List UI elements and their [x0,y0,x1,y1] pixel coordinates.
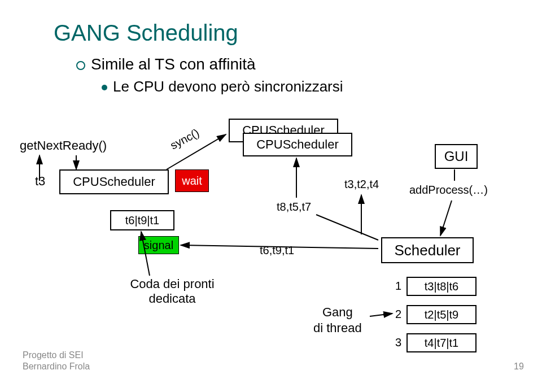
coda-line2: dedicata [110,291,234,306]
bullet-2-text: Le CPU devono però sincronizzarsi [113,78,343,95]
gang-row-3-text: t4|t7|t1 [425,337,458,349]
gang-row-2-text: t2|t5|t9 [425,308,458,321]
t8t5t7-label: t8,t5,t7 [277,201,311,214]
coda-line1: Coda dei pronti [110,277,234,291]
sync-label: sync() [168,127,202,153]
row1-num: 1 [395,280,401,293]
t3t2t4-label: t3,t2,t4 [344,178,379,191]
footer-line2: Bernardino Frola [23,361,90,372]
ring-bullet-icon [76,61,85,70]
coda-caption: Coda dei pronti dedicata [110,277,234,306]
signal-box: signal [138,236,179,254]
gang-line2: di thread [313,321,362,336]
t3-label: t3 [35,174,45,189]
gang-caption: Gang di thread [313,305,362,336]
bullet-2: Le CPU devono però sincronizzarsi [102,78,343,95]
svg-line-10 [316,215,378,240]
gang-row-1: t3|t8|t6 [406,277,477,296]
svg-line-9 [370,313,392,316]
slide-title: GANG Scheduling [54,20,238,46]
row2-num: 2 [395,308,401,321]
getnextready-label: getNextReady() [20,138,107,153]
wait-box: wait [175,169,209,192]
cpuscheduler-front-text: CPUScheduler [244,134,351,155]
solid-bullet-icon [102,85,107,90]
gang-row-2: t2|t5|t9 [406,305,477,324]
gui-text: GUI [436,145,477,168]
ready-queue-box: t6|t9|t1 [110,210,174,230]
gui-box: GUI [435,144,478,169]
t6t9t1-label: t6,t9,t1 [260,244,294,257]
bullet-1: Simile al TS con affinità [76,55,256,73]
ready-queue-text: t6|t9|t1 [111,211,173,229]
footer-line1: Progetto di SEI [23,350,84,360]
addprocess-label: addProcess(…) [409,184,488,197]
bullet-1-text: Simile al TS con affinità [91,55,256,73]
page-number: 19 [514,361,524,372]
scheduler-text: Scheduler [394,242,460,259]
cpuscheduler-box-left: CPUScheduler [59,169,169,194]
svg-line-8 [440,201,452,236]
row3-num: 3 [395,336,401,349]
scheduler-box: Scheduler [381,237,474,263]
cpuscheduler-left-text: CPUScheduler [60,171,168,193]
gang-row-1-text: t3|t8|t6 [425,280,458,293]
cpuscheduler-box-front: CPUScheduler [243,133,352,156]
gang-line1: Gang [313,305,362,320]
gang-row-3: t4|t7|t1 [406,333,477,352]
